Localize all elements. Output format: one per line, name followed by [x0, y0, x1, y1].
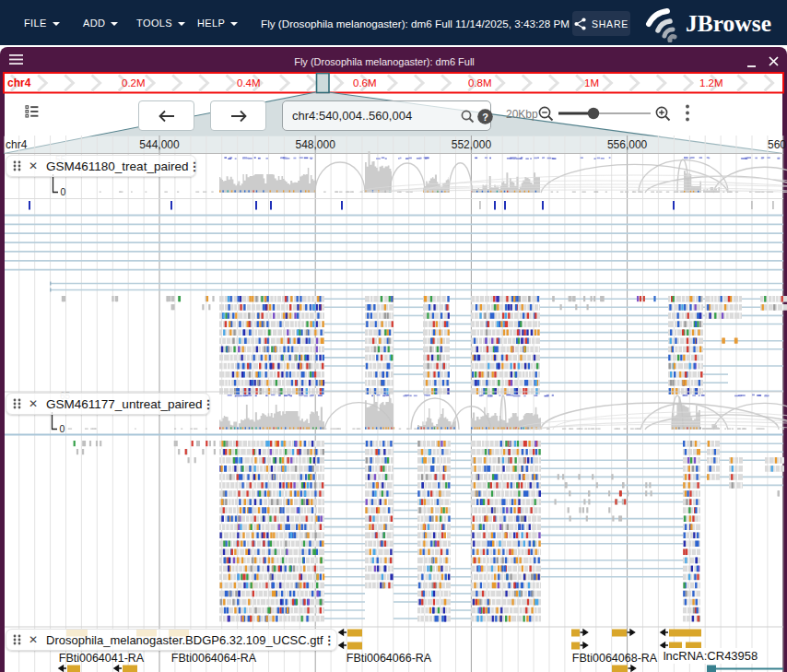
svg-text:?: ? [482, 112, 488, 123]
